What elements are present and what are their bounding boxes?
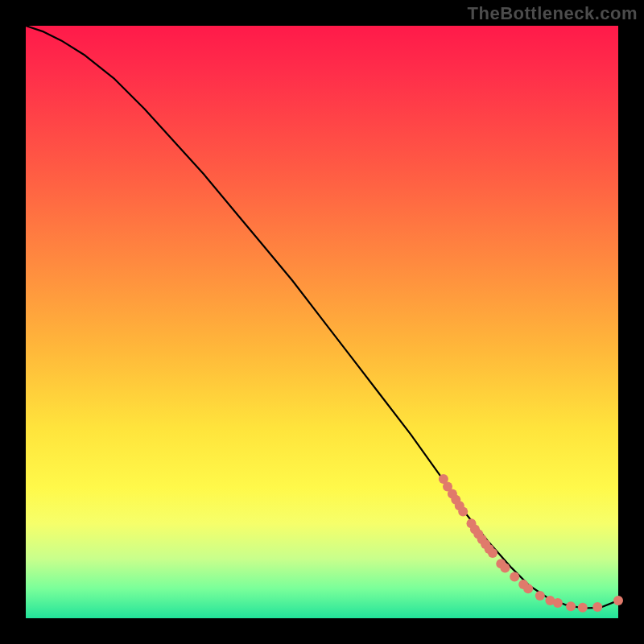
bottleneck-curve — [26, 26, 618, 609]
marker-dots-group — [439, 474, 623, 613]
marker-dot — [523, 584, 533, 593]
watermark-label: TheBottleneck.com — [468, 3, 638, 24]
marker-dot — [578, 603, 588, 613]
plot-area — [26, 26, 618, 618]
marker-dot — [458, 507, 468, 517]
marker-dot — [566, 601, 576, 611]
marker-dot — [500, 563, 510, 572]
marker-dot — [592, 602, 602, 612]
chart-frame: TheBottleneck.com — [0, 0, 644, 644]
marker-dot — [488, 548, 497, 558]
marker-dot — [613, 596, 623, 605]
chart-svg — [26, 26, 618, 618]
marker-dot — [535, 591, 545, 601]
marker-dot — [553, 598, 563, 608]
marker-dot — [510, 572, 519, 582]
